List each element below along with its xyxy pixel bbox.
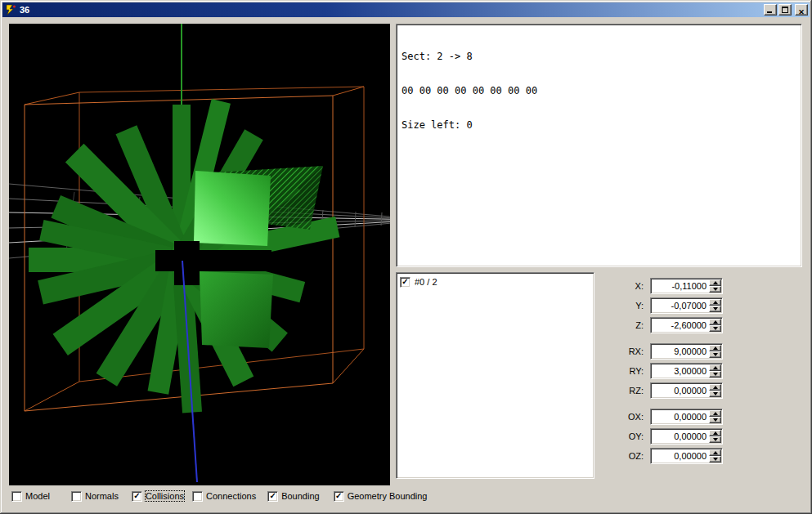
spin-up-button[interactable]	[709, 345, 721, 351]
oz-field[interactable]: 0,00000	[650, 448, 723, 464]
x-field[interactable]: -0,11000	[650, 278, 723, 294]
list-item-label: #0 / 2	[415, 277, 437, 287]
checkbox-connections[interactable]: Connections	[192, 491, 256, 502]
spin-down-button[interactable]	[709, 456, 721, 463]
spin-down-button[interactable]	[709, 436, 721, 443]
field-label: OZ:	[629, 451, 644, 461]
arrow-up-icon	[713, 412, 718, 415]
spin-up-button[interactable]	[709, 364, 721, 371]
log-line: Size left: 0	[402, 119, 796, 131]
transform-row-oy: OY: 0,00000	[564, 428, 723, 445]
display-options-toolbar: Model Normals ✓ Collisions Connections ✓…	[11, 490, 428, 502]
checkbox-model[interactable]: Model	[11, 491, 50, 502]
close-button[interactable]: ✕	[795, 4, 808, 16]
transform-row-x: X: -0,11000	[564, 278, 723, 294]
arrow-up-icon	[713, 281, 718, 284]
bounding-checkbox[interactable]: ✓	[267, 491, 278, 502]
rz-field[interactable]: 0,00000	[650, 382, 723, 399]
spin-down-button[interactable]	[709, 351, 721, 358]
transform-row-rx: RX: 9,00000	[564, 343, 723, 360]
spin-up-button[interactable]	[709, 430, 721, 436]
spin-up-button[interactable]	[709, 410, 721, 417]
model-checkbox[interactable]	[11, 491, 22, 502]
connections-checkbox[interactable]	[192, 491, 203, 502]
y-field[interactable]: -0,07000	[650, 297, 723, 314]
app-window: 36 ✕	[0, 0, 812, 514]
minimize-button[interactable]	[764, 4, 777, 16]
ry-field[interactable]: 3,00000	[650, 363, 723, 379]
transform-row-z: Z: -2,60000	[564, 317, 723, 333]
ox-field[interactable]: 0,00000	[650, 409, 723, 425]
list-item[interactable]: ✓ #0 / 2	[398, 275, 592, 288]
arrow-up-icon	[713, 301, 718, 304]
field-label: OY:	[629, 431, 644, 441]
oy-field[interactable]: 0,00000	[650, 428, 723, 445]
transform-row-oz: OZ: 0,00000	[564, 448, 723, 464]
field-label: RZ:	[629, 386, 644, 396]
transform-row-y: Y: -0,07000	[564, 297, 723, 314]
close-icon: ✕	[798, 8, 805, 16]
spin-down-button[interactable]	[709, 417, 721, 423]
field-label: X:	[635, 281, 644, 291]
spin-up-button[interactable]	[709, 449, 721, 456]
log-panel[interactable]: Sect: 2 -> 8 00 00 00 00 00 00 00 00 Siz…	[396, 24, 802, 267]
geometry-bounding-checkbox[interactable]: ✓	[334, 491, 344, 502]
field-label: Z:	[635, 320, 644, 330]
spin-down-button[interactable]	[709, 325, 721, 332]
checkbox-bounding[interactable]: ✓ Bounding	[267, 491, 320, 502]
spin-down-button[interactable]	[709, 306, 721, 312]
arrow-up-icon	[713, 431, 718, 435]
collisions-checkbox[interactable]: ✓	[132, 491, 142, 502]
arrow-down-icon	[713, 418, 718, 422]
3d-viewport[interactable]	[9, 24, 390, 485]
arrow-down-icon	[713, 392, 718, 396]
field-label: RX:	[629, 346, 644, 356]
field-label: Y:	[635, 301, 644, 311]
log-line: 00 00 00 00 00 00 00 00	[402, 85, 796, 96]
spin-up-button[interactable]	[709, 279, 721, 286]
arrow-down-icon	[713, 327, 718, 330]
arrow-up-icon	[713, 366, 718, 369]
arrow-down-icon	[713, 373, 718, 376]
arrow-up-icon	[713, 386, 718, 389]
app-icon	[5, 4, 16, 16]
field-label: OX:	[628, 412, 644, 422]
arrow-down-icon	[713, 307, 718, 311]
checkbox-geometry-bounding[interactable]: ✓ Geometry Bounding	[334, 491, 428, 502]
normals-checkbox[interactable]	[71, 491, 82, 502]
spin-down-button[interactable]	[709, 371, 721, 378]
transform-row-ox: OX: 0,00000	[564, 409, 723, 425]
log-line: Sect: 2 -> 8	[402, 51, 796, 62]
arrow-up-icon	[713, 451, 718, 454]
transform-row-rz: RZ: 0,00000	[564, 382, 723, 399]
z-field[interactable]: -2,60000	[650, 317, 723, 333]
rx-field[interactable]: 9,00000	[650, 343, 723, 360]
spin-up-button[interactable]	[709, 384, 721, 391]
maximize-icon	[782, 7, 788, 13]
arrow-down-icon	[713, 458, 718, 461]
field-label: RY:	[629, 366, 644, 376]
checkbox-collisions[interactable]: ✓ Collisions	[132, 491, 184, 502]
arrow-down-icon	[713, 353, 718, 356]
transform-row-ry: RY: 3,00000	[564, 363, 723, 379]
spin-up-button[interactable]	[709, 299, 721, 306]
arrow-down-icon	[713, 288, 718, 291]
spin-up-button[interactable]	[709, 319, 721, 325]
window-title: 36	[20, 5, 764, 15]
arrow-down-icon	[713, 438, 718, 441]
titlebar[interactable]: 36 ✕	[2, 2, 810, 17]
list-item-checkbox[interactable]: ✓	[400, 277, 410, 288]
spin-down-button[interactable]	[709, 286, 721, 293]
arrow-up-icon	[713, 346, 718, 350]
maximize-button[interactable]	[778, 4, 792, 16]
minimize-icon	[767, 11, 772, 13]
arrow-up-icon	[713, 320, 718, 324]
checkbox-normals[interactable]: Normals	[71, 491, 119, 502]
scene-render	[9, 24, 390, 485]
spin-down-button[interactable]	[709, 391, 721, 397]
